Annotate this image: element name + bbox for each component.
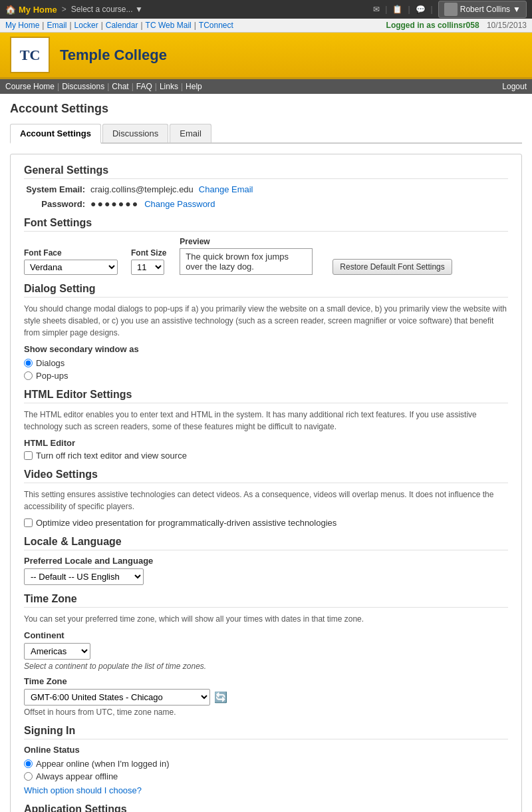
header-bar: TC Temple College [0,33,532,79]
logout-link[interactable]: Logout [502,82,527,91]
divider1: | [385,5,387,14]
secondary-nav-calendar[interactable]: Calendar [106,21,138,30]
course-select-dropdown[interactable]: Select a course... ▼ [71,5,143,14]
secondary-nav-email[interactable]: Email [47,21,66,30]
html-editor-checkbox[interactable] [24,451,33,460]
clipboard-icon[interactable]: 📋 [392,5,402,14]
restore-font-button[interactable]: Restore Default Font Settings [332,259,452,275]
content-box: General Settings System Email: craig.col… [10,154,522,812]
chevron-down-icon: ▼ [513,5,521,14]
time-zone-title: Time Zone [24,593,508,608]
password-row: Password: ●●●●●●● Change Password [24,198,508,209]
font-settings-row: Font Face Verdana Arial Times New Roman … [24,237,508,275]
sub-nav-links[interactable]: Links [160,82,178,91]
html-editor-checkbox-label: Turn off rich text editor and view sourc… [36,451,187,461]
secondary-nav-tconnect[interactable]: TConnect [199,21,233,30]
sub-nav-chat[interactable]: Chat [112,82,128,91]
password-value: ●●●●●●● [90,198,139,209]
sub-nav-help[interactable]: Help [186,82,202,91]
system-email-label: System Email: [24,184,90,194]
font-face-label: Font Face [24,248,118,258]
tab-account-settings[interactable]: Account Settings [10,124,101,144]
select-continent-hint: Select a continent to populate the list … [24,662,508,671]
video-settings-title: Video Settings [24,469,508,483]
my-home-link[interactable]: My Home [19,5,57,15]
appear-online-radio[interactable] [24,759,33,768]
font-settings-title: Font Settings [24,217,508,232]
tab-email[interactable]: Email [170,124,211,142]
chevron-down-icon: ▼ [135,5,143,14]
continent-label: Continent [24,630,508,640]
which-option-link[interactable]: Which option should I choose? [24,785,142,795]
appear-offline-label: Always appear offline [36,771,118,781]
appear-offline-option[interactable]: Always appear offline [24,771,508,781]
application-settings-title: Application Settings [24,803,508,812]
subnav-sep2: | [107,82,109,91]
user-menu-button[interactable]: Robert Collins ▼ [438,1,527,18]
dialog-option-popups[interactable]: Pop-ups [24,371,508,381]
timezone-select[interactable]: GMT-6:00 United States - Chicago GMT-5:0… [24,689,210,706]
general-settings-title: General Settings [24,164,508,179]
top-nav-bar: 🏠 My Home > Select a course... ▼ ✉ | 📋 |… [0,0,532,19]
preferred-locale-label: Preferred Locale and Language [24,556,508,566]
subnav-sep3: | [132,82,134,91]
breadcrumb-sep: > [62,5,66,14]
avatar [444,3,458,16]
time-zone-description: You can set your preferred time zone, wh… [24,613,508,625]
tabs-container: Account Settings Discussions Email [10,124,522,144]
tab-discussions[interactable]: Discussions [102,124,168,142]
sep4: | [140,21,142,30]
offset-hint: Offset in hours from UTC, time zone name… [24,708,508,717]
system-email-value: craig.collins@templejc.edu [90,184,194,194]
html-editor-checkbox-item[interactable]: Turn off rich text editor and view sourc… [24,451,508,461]
signing-in-title: Signing In [24,725,508,739]
timezone-label: Time Zone [24,676,508,686]
change-password-link[interactable]: Change Password [144,199,215,209]
timezone-row: GMT-6:00 United States - Chicago GMT-5:0… [24,689,508,706]
appear-online-option[interactable]: Appear online (when I'm logged in) [24,759,508,769]
refresh-icon[interactable]: 🔄 [214,691,227,704]
sub-nav-faq[interactable]: FAQ [136,82,152,91]
system-email-row: System Email: craig.collins@templejc.edu… [24,184,508,194]
signing-in-radio-group: Appear online (when I'm logged in) Alway… [24,759,508,781]
chat-icon[interactable]: 💬 [416,5,426,14]
video-settings-checkbox-item[interactable]: Optimize video presentation for programm… [24,518,508,528]
dialog-radio-popups[interactable] [24,371,33,380]
video-settings-checkbox[interactable] [24,518,33,527]
appear-offline-radio[interactable] [24,772,33,781]
font-size-select[interactable]: 9 10 11 12 13 14 [131,260,164,275]
font-size-group: Font Size 9 10 11 12 13 14 [131,248,166,275]
dialog-option-dialogs[interactable]: Dialogs [24,358,508,368]
font-preview-group: Preview The quick brown fox jumps over t… [180,237,313,275]
college-logo: TC [10,37,50,73]
dialog-option-dialogs-label: Dialogs [36,358,65,368]
locale-select[interactable]: -- Default -- US English Spanish French [24,568,144,585]
dialog-option-popups-label: Pop-ups [36,371,68,381]
sep3: | [101,21,103,30]
font-face-select[interactable]: Verdana Arial Times New Roman Courier Ne… [24,260,118,275]
secondary-nav-myhome[interactable]: My Home [5,21,39,30]
html-editor-description: The HTML editor enables you to enter tex… [24,409,508,433]
logged-in-label: Logged in as collinsr058 [386,21,479,30]
preview-box: The quick brown fox jumps over the lazy … [180,248,313,275]
sep5: | [194,21,196,30]
password-label: Password: [24,199,90,209]
dialog-radio-dialogs[interactable] [24,359,33,367]
video-settings-checkbox-label: Optimize video presentation for programm… [36,518,336,528]
locale-language-title: Locale & Language [24,536,508,550]
course-select-label: Select a course... [71,5,133,14]
sub-nav-coursehome[interactable]: Course Home [5,82,55,91]
secondary-nav-locker[interactable]: Locker [74,21,98,30]
secondary-nav-tcwebmail[interactable]: TC Web Mail [146,21,192,30]
preview-label: Preview [180,237,313,246]
dialog-radio-group: Dialogs Pop-ups [24,358,508,381]
envelope-icon[interactable]: ✉ [373,5,380,14]
font-face-group: Font Face Verdana Arial Times New Roman … [24,248,118,275]
page-title: Account Settings [10,102,522,116]
sep1: | [42,21,44,30]
sub-nav-discussions[interactable]: Discussions [62,82,104,91]
top-nav-right: ✉ | 📋 | 💬 | Robert Collins ▼ [373,1,527,18]
change-email-link[interactable]: Change Email [199,184,253,194]
sep2: | [69,21,71,30]
continent-select[interactable]: Americas Europe Asia Africa Pacific [24,643,90,660]
